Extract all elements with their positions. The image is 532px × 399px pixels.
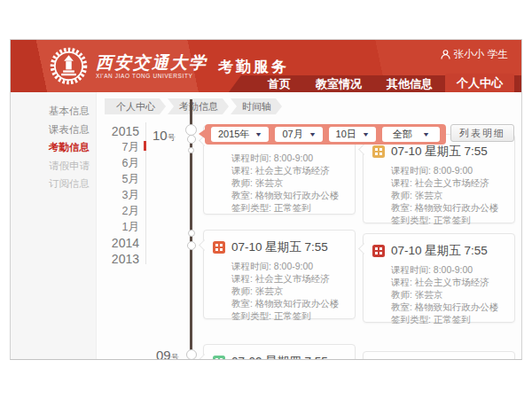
sidebar-item-leave-request[interactable]: 请假申请 bbox=[11, 161, 96, 172]
sidebar-item-attendance-info[interactable]: 考勤信息 bbox=[11, 143, 96, 153]
timeline-node bbox=[188, 230, 195, 237]
card-field-checkin-type: 签到类型: 正常签到 bbox=[231, 201, 346, 214]
card-field-teacher: 教师: 张芸京 bbox=[391, 189, 505, 201]
sidebar: 基本信息 课表信息 考勤信息 请假申请 订阅信息 bbox=[11, 92, 97, 360]
breadcrumb: 个人中心 考勤信息 时间轴 bbox=[105, 98, 284, 114]
timeline-node bbox=[187, 135, 196, 144]
card-title: 07-10 星期五 7:55 bbox=[231, 239, 328, 255]
card-field-teacher: 教师: 张芸京 bbox=[231, 285, 346, 297]
month-nav-jan[interactable]: 1月 bbox=[99, 219, 139, 235]
card-field-course-time: 课程时间: 8:00-9:00 bbox=[231, 152, 346, 164]
card-field-classroom: 教室: 格物致知行政办公楼 bbox=[391, 201, 505, 214]
month-nav-jul[interactable]: 7月 bbox=[99, 139, 139, 155]
day-dropdown-value: 10日 bbox=[336, 128, 356, 141]
filter-bar: 2015年 ▼ 07月 ▼ 10日 ▼ 全部 ▼ bbox=[205, 124, 446, 145]
app-header: 西安交通大学 XI'AN JIAO TONG UNIVERSITY 考勤服务 张… bbox=[11, 40, 521, 92]
calendar-icon bbox=[372, 245, 385, 257]
card-field-teacher: 教师: 张芸京 bbox=[391, 288, 505, 301]
university-name: 西安交通大学 XI'AN JIAO TONG UNIVERSITY bbox=[96, 53, 207, 79]
month-nav-may[interactable]: 5月 bbox=[99, 171, 139, 187]
year-dropdown-value: 2015年 bbox=[218, 128, 249, 141]
card-field-course: 课程: 社会主义市场经济 bbox=[391, 276, 505, 288]
breadcrumb-personal-center[interactable]: 个人中心 bbox=[105, 98, 166, 114]
card-field-course-time: 课程时间: 8:00-9:00 bbox=[391, 164, 505, 176]
list-detail-button[interactable]: 列表明细 bbox=[450, 124, 514, 142]
nav-item-home[interactable]: 首页 bbox=[255, 75, 303, 92]
card-field-course-time: 课程时间: 8:00-9:00 bbox=[231, 260, 346, 272]
card-field-classroom: 教室: 格物致知行政办公楼 bbox=[391, 301, 505, 313]
attendance-app-window: 西安交通大学 XI'AN JIAO TONG UNIVERSITY 考勤服务 张… bbox=[10, 39, 522, 360]
university-name-en: XI'AN JIAO TONG UNIVERSITY bbox=[96, 73, 207, 79]
year-nav-2015[interactable]: 2015 bbox=[99, 123, 139, 139]
calendar-icon bbox=[213, 241, 225, 254]
timeline-node bbox=[188, 147, 194, 153]
type-dropdown[interactable]: 全部 ▼ bbox=[382, 127, 440, 142]
month-dropdown[interactable]: 07月 ▼ bbox=[275, 127, 322, 142]
user-role: 学生 bbox=[488, 48, 508, 61]
user-icon bbox=[441, 50, 450, 59]
month-nav-feb[interactable]: 2月 bbox=[99, 203, 139, 219]
chevron-down-icon: ▼ bbox=[254, 131, 262, 137]
card-field-course: 课程: 社会主义市场经济 bbox=[391, 176, 505, 189]
card-field-classroom: 教室: 格物致知行政办公楼 bbox=[231, 297, 346, 309]
main-nav: 首页 教室情况 其他信息 个人中心 bbox=[255, 74, 514, 92]
day-marker-10: 10号 bbox=[153, 128, 176, 144]
breadcrumb-attendance-info[interactable]: 考勤信息 bbox=[168, 98, 229, 114]
nav-item-classrooms[interactable]: 教室情况 bbox=[303, 75, 374, 92]
card-field-teacher: 教师: 张芸京 bbox=[231, 176, 346, 189]
attendance-card[interactable]: 07-10 星期五 7:55 课程时间: 8:00-9:00 课程: 社会主义市… bbox=[203, 230, 356, 319]
chevron-down-icon: ▼ bbox=[422, 131, 430, 137]
month-nav-mar[interactable]: 3月 bbox=[99, 187, 139, 203]
day-dropdown[interactable]: 10日 ▼ bbox=[329, 127, 376, 142]
sidebar-item-basic-info[interactable]: 基本信息 bbox=[11, 106, 96, 117]
nav-item-personal-center-active[interactable]: 个人中心 bbox=[445, 74, 514, 92]
card-field-course-time: 课程时间: 8:00-9:00 bbox=[391, 263, 505, 276]
year-nav-2014[interactable]: 2014 bbox=[99, 235, 139, 251]
calendar-icon bbox=[213, 356, 225, 360]
year-dropdown[interactable]: 2015年 ▼ bbox=[211, 127, 269, 142]
attendance-card[interactable]: 07-10 星期五 7:55 课程时间: 8:00-9:00 课程: 社会主义市… bbox=[363, 233, 515, 323]
chevron-down-icon: ▼ bbox=[309, 131, 317, 137]
user-name: 张小小 bbox=[454, 48, 485, 61]
timeline-node bbox=[186, 349, 197, 360]
timeline-node bbox=[187, 241, 196, 250]
month-dropdown-value: 07月 bbox=[282, 128, 302, 141]
card-field-checkin-type: 签到类型: 正常签到 bbox=[231, 309, 346, 322]
type-dropdown-value: 全部 bbox=[393, 128, 412, 141]
sidebar-item-schedule-info[interactable]: 课表信息 bbox=[11, 125, 96, 136]
sidebar-item-subscription-info[interactable]: 订阅信息 bbox=[11, 179, 96, 190]
content-area: 基本信息 课表信息 考勤信息 请假申请 订阅信息 个人中心 考勤信息 时间轴 2… bbox=[11, 92, 521, 360]
card-field-classroom: 教室: 格物致知行政办公楼 bbox=[231, 189, 346, 201]
card-title: 07-10 星期五 7:55 bbox=[391, 144, 488, 160]
year-nav-2013[interactable]: 2013 bbox=[99, 251, 139, 267]
card-title: 07-09 星期四 7:55 bbox=[231, 354, 328, 360]
month-nav-jun[interactable]: 6月 bbox=[99, 155, 139, 171]
nav-item-other-info[interactable]: 其他信息 bbox=[374, 75, 445, 92]
chevron-down-icon: ▼ bbox=[362, 131, 370, 137]
attendance-card[interactable]: 07-09 星期四 7:55 bbox=[203, 344, 356, 360]
university-logo-icon bbox=[50, 47, 88, 85]
day-marker-09: 09号 bbox=[156, 348, 179, 360]
card-field-course: 课程: 社会主义市场经济 bbox=[231, 272, 346, 285]
card-field-checkin-type: 签到类型: 正常签到 bbox=[391, 313, 505, 325]
calendar-icon bbox=[372, 145, 385, 158]
attendance-card[interactable]: 07-10 星期五 7:55 课程时间: 8:00-9:00 课程: 社会主义市… bbox=[363, 134, 515, 223]
selected-month-indicator bbox=[144, 141, 146, 151]
university-name-cn: 西安交通大学 bbox=[96, 53, 207, 71]
attendance-card[interactable] bbox=[363, 351, 515, 360]
card-title: 07-10 星期五 7:55 bbox=[391, 243, 488, 259]
card-field-course: 课程: 社会主义市场经济 bbox=[231, 164, 346, 176]
user-account[interactable]: 张小小 学生 bbox=[441, 48, 509, 61]
timeline-year-nav: 2015 7月 6月 5月 3月 2月 1月 2014 2013 bbox=[99, 123, 139, 267]
breadcrumb-timeline[interactable]: 时间轴 bbox=[231, 98, 282, 114]
card-field-checkin-type: 签到类型: 正常签到 bbox=[391, 214, 505, 226]
